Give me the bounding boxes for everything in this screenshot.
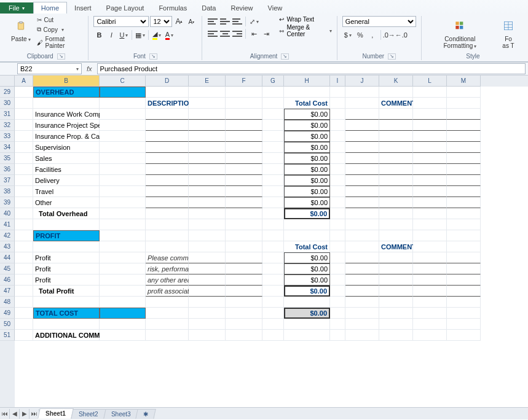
row-header-40[interactable]: 40 — [0, 208, 15, 219]
align-middle-button[interactable] — [219, 16, 231, 27]
desc-cell[interactable] — [146, 186, 189, 197]
overhead-item-label[interactable]: Supervision — [33, 142, 100, 153]
cell-J[interactable] — [345, 219, 379, 230]
cell-I[interactable] — [330, 186, 345, 197]
desc-cell[interactable] — [189, 197, 226, 208]
cell-K[interactable] — [379, 87, 413, 98]
cell-M[interactable] — [447, 241, 481, 252]
comment-cell[interactable] — [379, 153, 413, 164]
cell-L[interactable] — [413, 208, 447, 219]
comment-cell[interactable] — [447, 186, 481, 197]
name-box[interactable]: B22 — [17, 63, 82, 74]
comment-cell[interactable] — [379, 175, 413, 186]
cell-K[interactable] — [379, 319, 413, 330]
tab-review[interactable]: Review — [223, 2, 260, 14]
cell-A[interactable] — [15, 164, 33, 175]
decrease-indent-button[interactable]: ⇤ — [248, 28, 259, 39]
comment-cell[interactable] — [345, 286, 379, 297]
comment-cell[interactable] — [379, 120, 413, 131]
description-header[interactable]: DESCRIPTION — [146, 98, 189, 109]
cell-I[interactable] — [330, 230, 345, 241]
cell-L[interactable] — [413, 87, 447, 98]
desc-cell[interactable] — [189, 164, 226, 175]
cell-C[interactable] — [100, 153, 146, 164]
cell-E[interactable] — [189, 98, 226, 109]
comment-cell[interactable] — [413, 131, 447, 142]
cell-A[interactable] — [15, 142, 33, 153]
tab-view[interactable]: View — [261, 2, 290, 14]
profit-item-label[interactable]: Profit — [33, 263, 100, 274]
cell-D[interactable] — [146, 297, 189, 308]
desc-cell[interactable] — [189, 175, 226, 186]
clipboard-launcher[interactable]: ↘ — [57, 53, 65, 60]
profit-item-desc[interactable]: Please comment on factors such as — [146, 252, 189, 263]
cell-K[interactable] — [379, 308, 413, 319]
cell-F[interactable] — [226, 319, 262, 330]
cell-C[interactable] — [100, 197, 146, 208]
cell-C[interactable] — [100, 263, 146, 274]
cell-L[interactable] — [413, 319, 447, 330]
cell-J[interactable] — [345, 308, 379, 319]
cell-G[interactable] — [262, 330, 284, 341]
comment-cell[interactable] — [413, 120, 447, 131]
comment-cell[interactable] — [379, 252, 413, 263]
cell-M[interactable] — [447, 319, 481, 330]
total-profit-desc[interactable]: profit associated with the bid. — [146, 286, 189, 297]
desc-cell[interactable] — [146, 164, 189, 175]
desc-cell[interactable] — [146, 131, 189, 142]
cell-A[interactable] — [15, 286, 33, 297]
comment-cell[interactable] — [379, 186, 413, 197]
cell-L[interactable] — [413, 308, 447, 319]
sheet-tab-1[interactable]: Sheet1 — [37, 408, 73, 419]
italic-button[interactable]: I — [106, 29, 117, 41]
cell-F[interactable] — [226, 330, 262, 341]
desc-cell[interactable] — [226, 186, 262, 197]
cell-D[interactable] — [146, 219, 189, 230]
desc-cell[interactable] — [189, 274, 226, 286]
cell-L[interactable] — [413, 297, 447, 308]
overhead-item-label[interactable]: Insurance Prop. & Casualty — [33, 131, 100, 142]
cell-C[interactable] — [100, 319, 146, 330]
comment-cell[interactable] — [345, 263, 379, 274]
totalcost-title[interactable]: TOTAL COST — [33, 308, 100, 319]
cell-A[interactable] — [15, 153, 33, 164]
cell-I[interactable] — [330, 297, 345, 308]
comment-cell[interactable] — [345, 131, 379, 142]
col-header-I[interactable]: I — [330, 76, 345, 87]
cell-H[interactable] — [284, 87, 330, 98]
cell-K[interactable] — [379, 208, 413, 219]
overhead-item-cost[interactable]: $0.00 — [284, 175, 330, 186]
cell-J[interactable] — [345, 297, 379, 308]
desc-cell[interactable] — [146, 175, 189, 186]
comment-cell[interactable] — [413, 286, 447, 297]
comment-cell[interactable] — [413, 164, 447, 175]
cell-A[interactable] — [15, 131, 33, 142]
number-launcher[interactable]: ↘ — [388, 53, 396, 60]
cell-G[interactable] — [262, 241, 284, 252]
row-header-41[interactable]: 41 — [0, 219, 15, 230]
cell-J[interactable] — [345, 319, 379, 330]
comments-header[interactable]: COMMENTS / DETAIL — [379, 98, 413, 109]
cell-I[interactable] — [330, 330, 345, 341]
cell-G[interactable] — [262, 208, 284, 219]
cell-A[interactable] — [15, 98, 33, 109]
cell-J[interactable] — [345, 241, 379, 252]
alignment-launcher[interactable]: ↘ — [281, 53, 289, 60]
cell-F[interactable] — [226, 230, 262, 241]
overhead-item-cost[interactable]: $0.00 — [284, 164, 330, 175]
comment-cell[interactable] — [345, 274, 379, 286]
cell-I[interactable] — [330, 153, 345, 164]
row-header-36[interactable]: 36 — [0, 164, 15, 175]
cell-A[interactable] — [15, 109, 33, 120]
comment-cell[interactable] — [447, 286, 481, 297]
total-profit-label[interactable]: Total Profit — [33, 286, 100, 297]
desc-cell[interactable] — [226, 153, 262, 164]
cell-K[interactable] — [379, 330, 413, 341]
col-header-D[interactable]: D — [146, 76, 189, 87]
shrink-font-button[interactable]: A▾ — [186, 16, 197, 27]
sheet-nav-next[interactable]: ▶ — [20, 409, 30, 419]
cell-I[interactable] — [330, 274, 345, 286]
cell-A[interactable] — [15, 87, 33, 98]
cell-I[interactable] — [330, 241, 345, 252]
cell-G[interactable] — [262, 120, 284, 131]
